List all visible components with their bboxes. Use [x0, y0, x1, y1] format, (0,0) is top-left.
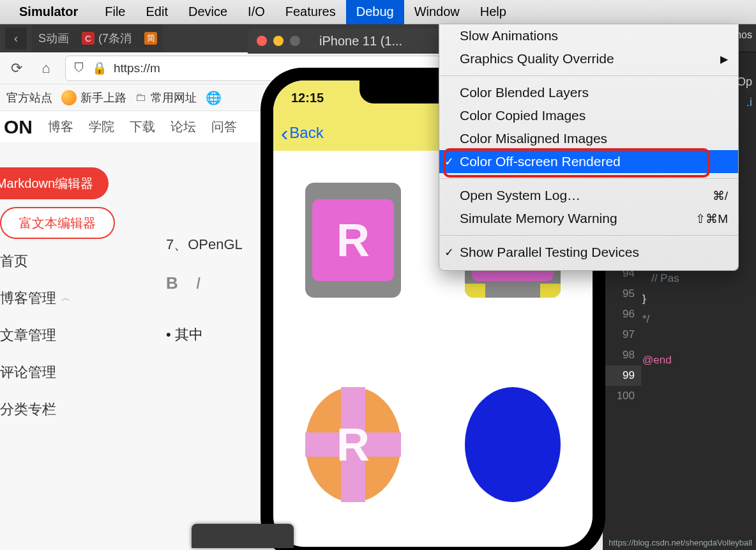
menu-separator: [439, 75, 738, 76]
menu-shortcut: ⌘/: [713, 188, 728, 203]
browser-tab[interactable]: C(7条消: [75, 24, 138, 52]
sidebar-item-label: 博客管理: [0, 289, 56, 308]
menu-io[interactable]: I/O: [238, 0, 275, 24]
bold-button[interactable]: B: [166, 273, 178, 293]
menu-item-open-system-log[interactable]: Open System Log…⌘/: [439, 184, 738, 207]
menu-file[interactable]: File: [94, 0, 135, 24]
lock-icon: 🔒: [92, 61, 107, 75]
menu-item-parallel-testing[interactable]: ✓Show Parallel Testing Devices: [439, 241, 738, 264]
menu-edit[interactable]: Edit: [135, 0, 178, 24]
menu-help[interactable]: Help: [470, 0, 517, 24]
bookmark-item[interactable]: 🌐: [206, 90, 222, 105]
blue-oval[interactable]: [465, 387, 561, 502]
menu-item-slow-animations[interactable]: Slow Animations: [439, 24, 738, 47]
nav-item[interactable]: 论坛: [170, 118, 196, 135]
code-line: // Pas: [642, 268, 679, 289]
watermark-text: https://blog.csdn.net/shengdaVolleyball: [609, 538, 752, 547]
menu-item-label: Color Misaligned Images: [460, 131, 607, 146]
debug-menu-dropdown: Slow Animations Graphics Quality Overrid…: [439, 24, 739, 271]
menu-item-label: Color Off-screen Rendered: [460, 154, 621, 169]
back-button[interactable]: ‹: [5, 27, 27, 49]
sidebar-item-blog-manage[interactable]: 博客管理︿: [0, 276, 140, 313]
code-line: [642, 330, 679, 350]
menu-item-label: Color Copied Images: [460, 108, 586, 123]
site-logo[interactable]: ON: [4, 116, 33, 138]
markdown-editor-button[interactable]: Markdown编辑器: [0, 167, 109, 199]
xcode-text-fragment: .i: [746, 96, 752, 109]
sidebar-item-home[interactable]: 首页: [0, 239, 140, 276]
menu-item-label: Graphics Quality Override: [460, 51, 614, 66]
menu-features[interactable]: Features: [275, 0, 346, 24]
browser-tab[interactable]: 简: [138, 24, 163, 52]
bookmark-item[interactable]: 新手上路: [61, 90, 126, 105]
sidebar-item-article-manage[interactable]: 文章管理: [0, 313, 140, 350]
zoom-traffic-light-icon[interactable]: [290, 36, 300, 46]
menubar-app-name[interactable]: Simulator: [19, 4, 78, 19]
menu-debug[interactable]: Debug: [346, 0, 404, 24]
image-tile-masked[interactable]: R: [305, 387, 401, 502]
sidebar-item-label: 首页: [0, 252, 28, 271]
tile-letter: R: [336, 214, 370, 266]
grid-cell: R: [292, 183, 414, 323]
checkmark-icon: ✓: [444, 245, 454, 259]
sidebar-item-category[interactable]: 分类专栏: [0, 387, 140, 424]
firefox-icon: [61, 90, 77, 105]
menu-device[interactable]: Device: [178, 0, 238, 24]
simulator-title: iPhone 11 (1...: [319, 34, 402, 49]
menu-item-simulate-memory-warning[interactable]: Simulate Memory Warning⇧⌘M: [439, 207, 738, 230]
bookmark-item[interactable]: 🗀常用网址: [135, 90, 197, 105]
bookmark-item[interactable]: 官方站点: [6, 90, 52, 105]
submenu-arrow-icon: ▶: [720, 53, 728, 65]
bookmark-label: 常用网址: [151, 90, 197, 105]
menu-window[interactable]: Window: [404, 0, 470, 24]
globe-icon: 🌐: [206, 90, 222, 105]
site-sidebar: Markdown编辑器 富文本编辑器 首页 博客管理︿ 文章管理 评论管理 分类…: [0, 143, 140, 424]
favicon-icon: C: [82, 32, 94, 45]
bookmark-label: 官方站点: [6, 90, 52, 105]
italic-button[interactable]: I: [196, 273, 200, 293]
grid-cell: R: [292, 387, 414, 528]
reload-icon[interactable]: ⟳: [6, 58, 27, 79]
code-line: @end: [642, 350, 679, 370]
menu-item-color-copied[interactable]: Color Copied Images: [439, 104, 738, 127]
sidebar-item-label: 分类专栏: [0, 400, 56, 419]
menu-item-label: Simulate Memory Warning: [460, 211, 617, 226]
url-text: https://m: [114, 61, 160, 75]
menu-item-label: Color Blended Layers: [460, 85, 589, 100]
menu-item-graphics-quality[interactable]: Graphics Quality Override▶: [439, 47, 738, 70]
nav-item[interactable]: 博客: [48, 118, 73, 135]
richtext-editor-button[interactable]: 富文本编辑器: [0, 207, 115, 239]
menu-separator: [439, 235, 738, 236]
tile-letter: R: [336, 418, 370, 471]
nav-item[interactable]: 问答: [211, 118, 237, 135]
background-window-peek: [192, 524, 294, 548]
nav-item[interactable]: 下载: [130, 118, 155, 135]
code-line: */: [642, 309, 679, 330]
menu-item-color-offscreen[interactable]: ✓Color Off-screen Rendered: [439, 150, 738, 173]
menu-item-color-blended[interactable]: Color Blended Layers: [439, 81, 738, 104]
tab-label: S动画: [38, 31, 69, 46]
sidebar-item-comment-manage[interactable]: 评论管理: [0, 350, 140, 387]
nav-item[interactable]: 学院: [89, 118, 114, 135]
menu-separator: [439, 178, 738, 179]
browser-tab[interactable]: S动画: [32, 24, 75, 52]
chevron-left-icon: ‹: [281, 122, 288, 144]
menu-shortcut: ⇧⌘M: [695, 211, 728, 226]
menu-item-label: Open System Log…: [460, 188, 580, 203]
bookmark-label: 新手上路: [80, 90, 126, 105]
menu-item-label: Show Parallel Testing Devices: [460, 245, 639, 260]
back-button[interactable]: ‹ Back: [281, 122, 324, 144]
sidebar-item-label: 文章管理: [0, 326, 56, 345]
favicon-icon: 简: [144, 32, 157, 45]
image-tile[interactable]: R: [305, 183, 401, 298]
minimize-traffic-light-icon[interactable]: [273, 36, 284, 46]
shield-icon: ⛉: [73, 61, 86, 75]
checkmark-icon: ✓: [444, 155, 454, 169]
home-icon[interactable]: ⌂: [36, 58, 56, 79]
menu-item-color-misaligned[interactable]: Color Misaligned Images: [439, 127, 738, 150]
close-traffic-light-icon[interactable]: [257, 36, 267, 46]
macos-menubar: Simulator File Edit Device I/O Features …: [0, 0, 756, 24]
back-label: Back: [289, 124, 323, 142]
menu-item-label: Slow Animations: [460, 28, 558, 43]
folder-icon: 🗀: [135, 91, 147, 104]
